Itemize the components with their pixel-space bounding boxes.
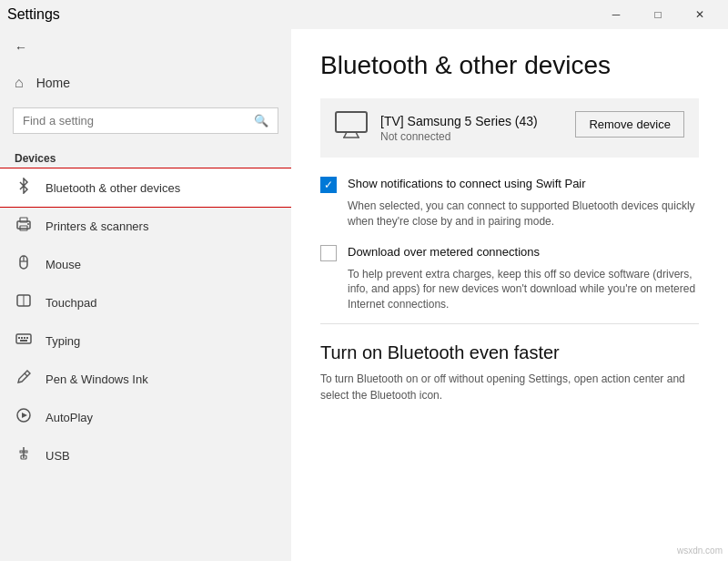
sidebar-item-printers-label: Printers & scanners [46,219,148,233]
mouse-icon [15,254,33,274]
sidebar-item-autoplay-label: AutoPlay [46,411,93,424]
svg-rect-14 [20,340,27,342]
svg-rect-21 [25,451,27,453]
autoplay-icon [15,407,33,427]
device-info: [TV] Samsung 5 Series (43) Not connected [335,111,538,145]
pen-icon [15,369,33,389]
search-input[interactable] [23,114,247,128]
svg-rect-13 [26,337,28,339]
home-icon: ⌂ [15,75,24,91]
swift-pair-option-row: Show notifications to connect using Swif… [320,176,699,193]
search-box[interactable]: 🔍 [13,107,278,134]
device-section: [TV] Samsung 5 Series (43) Not connected… [320,98,699,158]
watermark: wsxdn.com [677,546,723,556]
sidebar-item-bluetooth[interactable]: Bluetooth & other devices [0,168,291,207]
svg-line-15 [25,373,27,376]
home-label: Home [36,76,70,90]
svg-rect-22 [336,112,367,132]
sidebar-item-mouse-label: Mouse [46,258,81,271]
swift-pair-checkbox-checked [320,177,337,193]
sidebar-item-autoplay[interactable]: AutoPlay [0,398,291,436]
close-button[interactable]: ✕ [679,0,721,29]
device-text: [TV] Samsung 5 Series (43) Not connected [380,114,538,143]
search-icon: 🔍 [254,114,268,128]
svg-rect-20 [20,451,23,453]
svg-rect-12 [24,337,25,339]
title-bar-title: Settings [7,6,60,23]
printers-icon [15,216,33,236]
device-name: [TV] Samsung 5 Series (43) [380,114,538,128]
svg-marker-17 [22,413,27,418]
device-icon [335,111,368,145]
title-bar: Settings ─ □ ✕ [0,0,728,29]
sidebar-section-header: Devices [0,141,291,168]
metered-conn-checkbox[interactable] [320,245,337,261]
faster-section-desc: To turn Bluetooth on or off without open… [320,371,699,403]
svg-point-3 [27,223,29,225]
metered-conn-option-row: Download over metered connections [320,244,699,261]
sidebar-items-list: Bluetooth & other devices Printers & sca… [0,168,291,474]
metered-conn-label: Download over metered connections [348,244,540,259]
page-title: Bluetooth & other devices [320,51,699,80]
maximize-button[interactable]: □ [637,0,679,29]
sidebar-item-pen-label: Pen & Windows Ink [46,372,148,386]
minimize-button[interactable]: ─ [595,0,637,29]
faster-section-heading: Turn on Bluetooth even faster [320,342,699,363]
sidebar: ← ⌂ Home 🔍 Devices Bluetooth & other dev… [0,29,291,561]
bluetooth-icon [15,178,33,198]
section-divider [320,323,699,324]
sidebar-item-touchpad[interactable]: Touchpad [0,283,291,321]
sidebar-item-home[interactable]: ⌂ Home [0,66,291,100]
back-button[interactable]: ← [0,29,291,66]
sidebar-item-bluetooth-label: Bluetooth & other devices [46,181,180,195]
sidebar-item-touchpad-label: Touchpad [46,296,96,310]
app-body: ← ⌂ Home 🔍 Devices Bluetooth & other dev… [0,29,728,561]
svg-rect-10 [18,337,20,339]
sidebar-item-typing-label: Typing [46,334,80,348]
swift-pair-label: Show notifications to connect using Swif… [348,176,586,190]
main-content: Bluetooth & other devices [TV] Samsung 5… [291,29,728,561]
usb-icon [15,445,33,465]
sidebar-item-usb[interactable]: USB [0,436,291,474]
swift-pair-checkbox[interactable] [320,177,337,193]
title-bar-left: Settings [7,6,60,23]
swift-pair-desc: When selected, you can connect to suppor… [348,199,699,230]
device-status: Not connected [380,130,538,143]
sidebar-item-printers[interactable]: Printers & scanners [0,207,291,245]
sidebar-item-typing[interactable]: Typing [0,321,291,360]
metered-conn-desc: To help prevent extra charges, keep this… [348,267,699,312]
metered-conn-checkbox-unchecked [320,245,337,261]
title-bar-controls: ─ □ ✕ [595,0,721,29]
back-arrow-icon: ← [15,40,27,55]
sidebar-item-usb-label: USB [46,449,70,463]
remove-device-button[interactable]: Remove device [575,111,684,138]
touchpad-icon [15,292,33,312]
sidebar-item-pen[interactable]: Pen & Windows Ink [0,360,291,398]
typing-icon [15,331,33,351]
sidebar-item-mouse[interactable]: Mouse [0,245,291,283]
svg-rect-11 [21,337,23,339]
